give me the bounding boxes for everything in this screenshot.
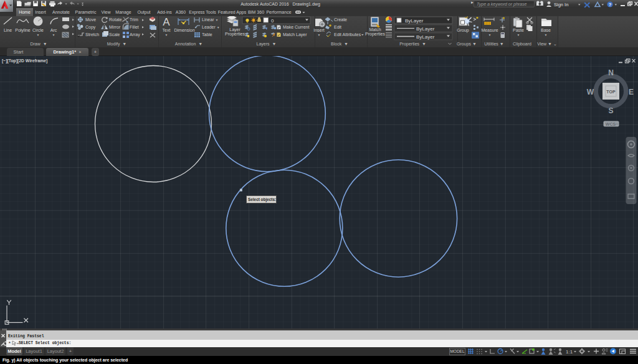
svg-text:N: N — [608, 68, 614, 77]
svg-text:ByLayer: ByLayer — [416, 34, 435, 40]
svg-text:ByLayer: ByLayer — [405, 18, 424, 24]
svg-text:TOP: TOP — [606, 90, 616, 94]
svg-text:✓: ✓ — [326, 33, 331, 39]
svg-text:WCS: WCS — [606, 122, 616, 126]
svg-text:W: W — [587, 88, 594, 96]
svg-text:E: E — [629, 88, 634, 96]
svg-text:1:1: 1:1 — [566, 349, 573, 355]
svg-text:S: S — [608, 106, 613, 115]
svg-text:*: * — [8, 340, 11, 346]
svg-text:ByLayer: ByLayer — [416, 26, 435, 32]
svg-text:A: A — [163, 16, 170, 28]
svg-text:0: 0 — [271, 18, 274, 24]
svg-text:?: ? — [609, 2, 612, 7]
svg-text:Select objects:: Select objects: — [248, 197, 276, 202]
svg-text:Sign In: Sign In — [554, 2, 568, 7]
